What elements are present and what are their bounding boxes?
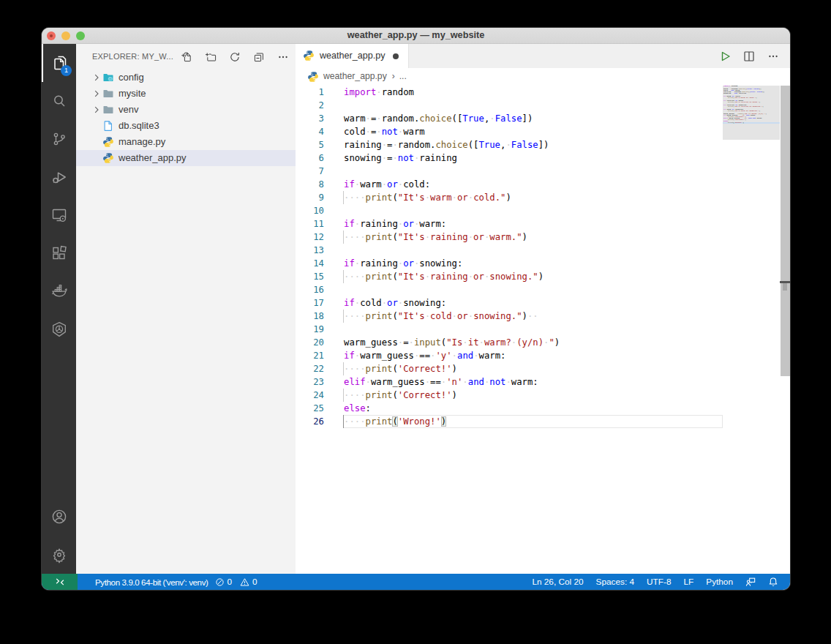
code-line-17[interactable]: 17if·cold·or·snowing:	[296, 296, 790, 310]
error-count: 0	[228, 577, 233, 587]
new-file-button[interactable]	[180, 50, 192, 63]
line-number: 13	[296, 244, 324, 257]
code-line-13[interactable]: 13	[296, 244, 790, 257]
whitespace-dots: ·	[382, 179, 387, 190]
activity-bar-item-remote-explorer[interactable]	[42, 196, 76, 234]
code-line-14[interactable]: 14if·raining·or·snowing:	[296, 257, 790, 270]
code-line-19[interactable]: 19	[296, 323, 790, 336]
code-line-24[interactable]: 24····print('Correct!')	[296, 389, 790, 402]
code-line-25[interactable]: 25else:	[296, 402, 790, 415]
code-token: "It's	[734, 97, 740, 99]
code-line-10[interactable]: 10	[296, 204, 790, 217]
code-token: and	[457, 351, 473, 361]
code-line-1[interactable]: 1import·random	[296, 86, 790, 99]
new-folder-button[interactable]	[204, 50, 217, 63]
chevron-right-icon[interactable]	[91, 72, 102, 83]
code-line-22[interactable]: 22····print('Correct!')	[296, 362, 790, 375]
code-token: ([	[468, 140, 479, 150]
line-number: 2	[296, 99, 324, 112]
code-line-12[interactable]: 12····print("It's·raining·or·warm.")	[296, 231, 790, 244]
activity-bar-item-settings[interactable]	[42, 536, 76, 574]
scrollbar-slider[interactable]	[781, 86, 790, 376]
run-button[interactable]	[718, 50, 732, 63]
code-editor[interactable]: 1import·random23warm·=·random.choice([Tr…	[296, 86, 790, 574]
activity-bar-item-search[interactable]	[42, 82, 76, 120]
code-token: raining	[430, 232, 468, 242]
code-line-5[interactable]: 5raining·=·random.choice([True,·False])	[296, 138, 790, 151]
titlebar[interactable]: weather_app.py — my_website	[42, 28, 790, 44]
code-line-21[interactable]: 21if·warm_guess·==·'y'·and·warm:	[296, 349, 790, 362]
minimap[interactable]: import randomwarm = random.choice([True,…	[723, 86, 780, 305]
code-token: random.	[382, 113, 420, 124]
status-indentation[interactable]: Spaces: 4	[596, 577, 634, 587]
breadcrumb-file[interactable]: weather_app.py	[323, 68, 387, 85]
status-feedback[interactable]	[745, 577, 756, 587]
line-number: 12	[296, 231, 324, 244]
activity-bar-item-explorer[interactable]: 1	[42, 44, 76, 82]
activity-bar-item-kubernetes[interactable]	[42, 310, 76, 348]
code-token: random.	[398, 140, 436, 150]
editor-scrollbar[interactable]	[780, 86, 790, 574]
status-notifications[interactable]	[768, 577, 778, 587]
code-token: or	[457, 192, 468, 203]
code-token: warm:	[479, 351, 506, 361]
code-token: )	[538, 272, 544, 282]
code-line-23[interactable]: 23elif·warm_guess·==·'n'·and·not·warm:	[296, 375, 790, 389]
line-number: 16	[296, 283, 324, 296]
extensions-icon	[50, 244, 68, 262]
activity-bar-item-run-debug[interactable]	[42, 158, 76, 196]
remote-indicator[interactable]	[42, 574, 78, 590]
code-token: input	[414, 337, 441, 348]
activity-bar-item-extensions[interactable]	[42, 234, 76, 272]
code-line-26[interactable]: 26····print('Wrong!')	[296, 415, 790, 428]
chevron-right-icon[interactable]	[91, 88, 102, 100]
file-tree-item-weather_app.py[interactable]: weather_app.py	[76, 150, 296, 166]
activity-bar-item-source-control[interactable]	[42, 120, 76, 158]
activity-bar-item-docker[interactable]	[42, 272, 76, 310]
file-tree-item-db.sqlite3[interactable]: db.sqlite3	[76, 118, 296, 134]
code-token: 'Wrong!'	[734, 122, 743, 124]
code-line-8[interactable]: 8if·warm·or·cold:	[296, 178, 790, 191]
breadcrumb[interactable]: weather_app.py › ...	[296, 68, 790, 86]
breadcrumb-separator: ›	[392, 68, 395, 85]
code-line-20[interactable]: 20warm_guess·=·input("Is·it·warm?·(y/n)·…	[296, 336, 790, 349]
python-icon	[307, 71, 319, 83]
activity-bar-item-accounts[interactable]	[42, 498, 76, 536]
whitespace-dots: ·	[392, 153, 397, 163]
problems-indicator[interactable]: 00	[215, 577, 257, 587]
code-token: :	[366, 403, 371, 413]
more-actions-button[interactable]	[277, 50, 289, 63]
code-line-15[interactable]: 15····print("It's·raining·or·snowing.")	[296, 270, 790, 283]
status-eol[interactable]: LF	[683, 577, 693, 587]
file-label: db.sqlite3	[119, 118, 159, 134]
more-actions-button[interactable]	[767, 50, 780, 63]
status-language-mode[interactable]: Python	[706, 577, 733, 587]
code-line-16[interactable]: 16	[296, 283, 790, 296]
code-line-4[interactable]: 4cold·=·not·warm	[296, 125, 790, 138]
code-line-7[interactable]: 7	[296, 165, 790, 178]
code-line-3[interactable]: 3warm·=·random.choice([True,·False])	[296, 112, 790, 125]
file-tree-item-config[interactable]: config	[76, 70, 296, 86]
file-tree-item-venv[interactable]: venv	[76, 102, 296, 118]
status-encoding[interactable]: UTF-8	[647, 577, 671, 587]
modified-dot[interactable]	[393, 53, 399, 59]
code-line-11[interactable]: 11if·raining·or·warm:	[296, 217, 790, 231]
python-interpreter[interactable]: Python 3.9.0 64-bit ('venv': venv)	[95, 577, 208, 587]
code-line-9[interactable]: 9····print("It's·warm·or·cold.")	[296, 191, 790, 204]
whitespace-dots: ·	[366, 377, 371, 387]
split-editor-button[interactable]	[742, 50, 756, 63]
refresh-button[interactable]	[228, 50, 241, 63]
whitespace-dots: ·	[425, 272, 430, 282]
file-tree-item-manage.py[interactable]: manage.py	[76, 134, 296, 150]
code-line-18[interactable]: 18····print("It's·cold·or·snowing.")··	[296, 310, 790, 323]
collapse-all-button[interactable]	[252, 50, 265, 63]
code-token: cold."	[473, 192, 505, 203]
code-line-6[interactable]: 6snowing·=·not·raining	[296, 151, 790, 165]
tab-weather-app[interactable]: weather_app.py	[296, 44, 409, 68]
breadcrumb-symbol[interactable]: ...	[399, 68, 407, 85]
code-line-2[interactable]: 2	[296, 99, 790, 112]
whitespace-dots: ····	[344, 311, 366, 321]
status-cursor-position[interactable]: Ln 26, Col 20	[532, 577, 583, 587]
chevron-right-icon[interactable]	[91, 104, 102, 116]
file-tree-item-mysite[interactable]: mysite	[76, 86, 296, 102]
